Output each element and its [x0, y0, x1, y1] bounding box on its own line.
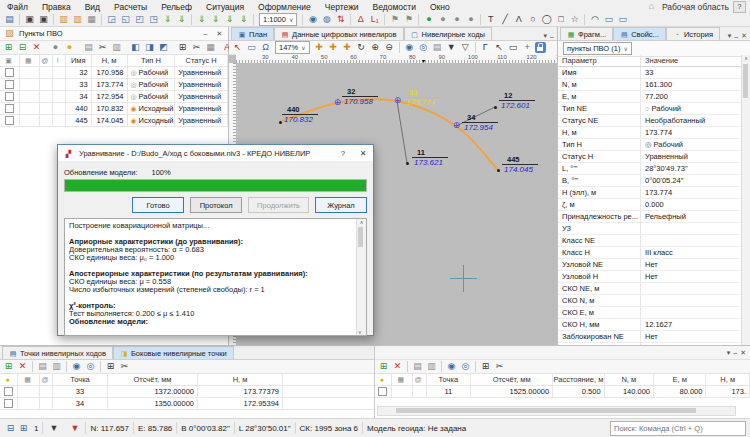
- property-row[interactable]: H, м173.774: [558, 127, 742, 139]
- zoom-out-icon[interactable]: ⊖: [383, 42, 396, 54]
- minimize-icon[interactable]: –: [200, 28, 211, 39]
- select-cell[interactable]: [0, 67, 20, 78]
- station-marker-icon[interactable]: ⊕: [452, 121, 461, 130]
- layers-icon[interactable]: ▤: [431, 42, 444, 54]
- select-all-icon[interactable]: ◧: [129, 42, 142, 54]
- settings-icon[interactable]: ◉: [306, 14, 319, 26]
- import-data-icon[interactable]: ◱: [119, 14, 132, 26]
- menu-item-1[interactable]: Правка: [35, 0, 78, 13]
- window-control-icon[interactable]: –: [550, 33, 554, 40]
- copy-icon[interactable]: ▤: [82, 42, 95, 54]
- scale-combo[interactable]: 1:1000∨: [259, 13, 297, 26]
- polygon-tool-icon[interactable]: ☆: [568, 14, 581, 26]
- menu-item-5[interactable]: Ситуация: [199, 0, 251, 13]
- help-button[interactable]: ?: [733, 1, 746, 13]
- import-xml-icon[interactable]: ⇓: [161, 14, 174, 26]
- property-row[interactable]: СКО NE, м: [558, 283, 742, 295]
- point-label[interactable]: 445174.045: [502, 156, 538, 174]
- deselect-icon[interactable]: ◨: [143, 42, 156, 54]
- filter-layers-icon[interactable]: ▼: [68, 422, 81, 434]
- save-icon[interactable]: ▣: [23, 14, 36, 26]
- station-marker-icon[interactable]: ⊕: [333, 98, 342, 107]
- filter-on-icon[interactable]: ▼: [445, 42, 458, 54]
- table-view-icon[interactable]: ⊞: [176, 42, 189, 54]
- menu-item-4[interactable]: Рельеф: [154, 0, 199, 13]
- copy-icon[interactable]: ▤: [411, 361, 424, 373]
- property-row[interactable]: Тип H◎Рабочий: [558, 139, 742, 151]
- adjustment-log[interactable]: Построение ковариационной матрицы... Апр…: [64, 218, 367, 336]
- export-dxf-icon[interactable]: ⇓: [209, 14, 222, 26]
- invert-selection-icon[interactable]: ◩: [157, 42, 170, 54]
- rect-tool-icon[interactable]: □: [554, 14, 567, 26]
- scrollbar-thumb[interactable]: [396, 408, 696, 413]
- point-gray1-icon[interactable]: ●: [436, 14, 449, 26]
- insert-row-icon[interactable]: ⊟: [16, 42, 29, 54]
- select-cell[interactable]: [0, 115, 20, 126]
- arc-tool-icon[interactable]: ◠: [588, 14, 601, 26]
- add-row-icon[interactable]: ⊞: [377, 361, 390, 373]
- import-more-icon[interactable]: ◳: [147, 14, 160, 26]
- point-label[interactable]: 440170.832: [282, 106, 318, 124]
- scroll-up-icon[interactable]: ∧: [744, 55, 748, 61]
- line-tool-icon[interactable]: ╱: [498, 14, 511, 26]
- find-next-icon[interactable]: ◎: [459, 361, 472, 373]
- select-cell[interactable]: [0, 91, 20, 102]
- import-project-icon[interactable]: ◲: [105, 14, 118, 26]
- command-search-input[interactable]: [610, 421, 746, 436]
- l1-icon[interactable]: L₁: [368, 14, 381, 26]
- home-icon[interactable]: ⌂: [645, 1, 658, 13]
- flag-icon[interactable]: ⚑: [388, 14, 401, 26]
- point-gray3-icon[interactable]: ●: [464, 14, 477, 26]
- property-row[interactable]: Узловой NEНет: [558, 259, 742, 271]
- dialog-help-button[interactable]: ?: [335, 147, 351, 160]
- property-row[interactable]: ζ, м0.000: [558, 199, 742, 211]
- tab-1[interactable]: ◨Боковые нивелирные точки: [113, 346, 234, 359]
- table-row[interactable]: 32170.958◎РабочийУравненный: [0, 67, 228, 79]
- table-cut-icon[interactable]: ✂: [190, 42, 203, 54]
- lasso-select-icon[interactable]: Ω: [259, 42, 272, 54]
- dialog-button-0[interactable]: Готово: [132, 197, 184, 213]
- point-green-icon[interactable]: ●: [422, 14, 435, 26]
- tab-1[interactable]: ▤Свойс...: [613, 27, 666, 40]
- select-cell[interactable]: [375, 386, 392, 397]
- rect-select-icon[interactable]: ▭: [245, 42, 258, 54]
- menu-item-3[interactable]: Расчеты: [107, 0, 154, 13]
- scrollbar-thumb[interactable]: [743, 64, 748, 98]
- print-icon[interactable]: ▥: [57, 14, 70, 26]
- point-label[interactable]: 12172.601: [499, 92, 535, 110]
- lock-icon[interactable]: [535, 42, 546, 53]
- log-scrollbar[interactable]: ∧ ∨: [356, 219, 366, 335]
- cut-icon[interactable]: ✂: [96, 42, 109, 54]
- tab-0[interactable]: ▣План: [231, 27, 274, 40]
- property-row[interactable]: Статус NEНеобработанный: [558, 115, 742, 127]
- adjustment-icon[interactable]: Δ: [354, 14, 367, 26]
- frame-icon[interactable]: ▭: [507, 42, 520, 54]
- zoom-combo[interactable]: 147%∨: [275, 41, 310, 54]
- paste-icon[interactable]: ▥: [425, 361, 438, 373]
- export-txt-icon[interactable]: ⇓: [237, 14, 250, 26]
- property-row[interactable]: Тип NE○Рабочий: [558, 103, 742, 115]
- point-dot-icon[interactable]: [497, 169, 500, 172]
- workspace-label[interactable]: Рабочая область: [662, 2, 729, 12]
- menu-arrow-icon[interactable]: ▾: [727, 349, 731, 357]
- menu-item-8[interactable]: Ведомости: [366, 0, 423, 13]
- selection-count-icon[interactable]: ⊞: [17, 422, 30, 434]
- paste-icon[interactable]: ▥: [110, 42, 123, 54]
- property-row[interactable]: Узловой HНет: [558, 271, 742, 283]
- property-row[interactable]: H (элл), м173.774: [558, 187, 742, 199]
- scrollbar-thumb[interactable]: [358, 227, 363, 247]
- pan-hand2-icon[interactable]: ✚: [327, 42, 340, 54]
- select-cell[interactable]: [0, 103, 20, 114]
- tab-1[interactable]: ▤Данные цифровых нивелиров: [274, 27, 403, 40]
- menu-item-9[interactable]: Окно: [423, 0, 457, 13]
- zoom-out-window-icon[interactable]: ◎: [417, 42, 430, 54]
- station-marker-icon[interactable]: ⊕: [393, 96, 402, 105]
- copy-icon[interactable]: ▤: [36, 361, 49, 373]
- point-dot-icon[interactable]: [494, 106, 497, 109]
- pan-mode-icon[interactable]: ↖: [231, 42, 244, 54]
- table-row[interactable]: 445174.045◉ИсходныйУравненный: [0, 115, 228, 127]
- levels-icon[interactable]: ▦: [85, 14, 98, 26]
- delete-row-icon[interactable]: ✕: [16, 361, 29, 373]
- polyline-tool-icon[interactable]: Λ: [512, 14, 525, 26]
- dialog-close-button[interactable]: ✕: [355, 147, 371, 160]
